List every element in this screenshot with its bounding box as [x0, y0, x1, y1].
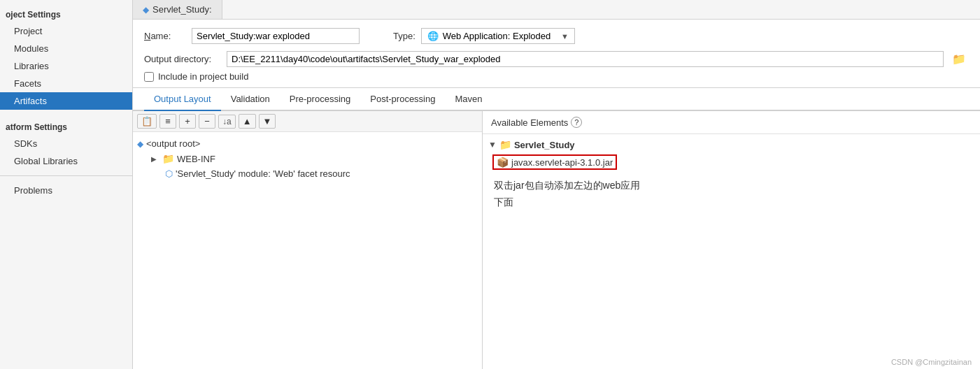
tree-item-output-root[interactable]: ◆ <output root> — [133, 136, 482, 151]
artifact-tab[interactable]: ◆ Servlet_Study: — [133, 0, 222, 19]
name-label: Name: — [144, 31, 186, 41]
folder-icon: 📁 — [162, 153, 174, 164]
project-settings-label: oject Settings — [0, 6, 132, 22]
artifact-tab-label: Servlet_Study: — [152, 4, 212, 15]
sidebar-item-problems[interactable]: Problems — [0, 182, 132, 199]
sidebar-item-modules[interactable]: Modules — [0, 40, 132, 57]
jar-item-highlighted: 📦 javax.servlet-api-3.1.0.jar — [492, 154, 617, 170]
available-panel: Available Elements ? ▼ 📁 Servlet_Study 📦… — [483, 111, 980, 369]
type-label: Type: — [393, 31, 416, 41]
tree-item-label: 'Servlet_Study' module: 'Web' facet reso… — [176, 168, 350, 179]
tree-toolbar: 📋 ≡ + − ↓a ▲ ▼ — [133, 111, 482, 132]
expand-group-icon: ▼ — [488, 140, 497, 150]
tab-validation[interactable]: Validation — [221, 88, 280, 111]
add-button[interactable]: + — [179, 114, 196, 129]
sidebar: oject Settings Project Modules Libraries… — [0, 0, 133, 369]
remove-button[interactable]: − — [199, 114, 215, 129]
output-dir-label: Output directory: — [144, 54, 221, 64]
globe-icon: 🌐 — [427, 31, 439, 41]
name-input[interactable] — [192, 28, 360, 44]
output-dir-input[interactable] — [227, 51, 944, 67]
tab-post-processing[interactable]: Post-processing — [360, 88, 445, 111]
tab-strip: Output Layout Validation Pre-processing … — [133, 88, 980, 111]
folder-icon: 📁 — [499, 139, 511, 150]
sidebar-item-global-libraries[interactable]: Global Libraries — [0, 152, 132, 170]
jar-label: javax.servlet-api-3.1.0.jar — [511, 157, 613, 168]
available-elements-label: Available Elements — [491, 117, 568, 128]
module-icon: ⬡ — [165, 168, 173, 179]
tab-pre-processing[interactable]: Pre-processing — [280, 88, 360, 111]
lines-button[interactable]: ≡ — [159, 114, 176, 129]
expand-arrow-icon: ▶ — [151, 155, 159, 163]
tab-maven[interactable]: Maven — [445, 88, 492, 111]
tree-content: ◆ <output root> ▶ 📁 WEB-INF ⬡ 'Servlet_S… — [133, 132, 482, 369]
tree-item-web-inf[interactable]: ▶ 📁 WEB-INF — [133, 151, 482, 166]
diamond-icon: ◆ — [143, 5, 149, 15]
output-dir-row: Output directory: 📁 — [144, 51, 969, 67]
move-up-button[interactable]: ▲ — [239, 114, 256, 129]
tree-item-servlet-module[interactable]: ⬡ 'Servlet_Study' module: 'Web' facet re… — [133, 166, 482, 181]
help-icon[interactable]: ? — [571, 117, 582, 128]
move-down-button[interactable]: ▼ — [259, 114, 276, 129]
sidebar-item-libraries[interactable]: Libraries — [0, 57, 132, 75]
sidebar-item-project[interactable]: Project — [0, 22, 132, 40]
sidebar-item-artifacts[interactable]: Artifacts — [0, 92, 132, 110]
tree-panel: 📋 ≡ + − ↓a ▲ ▼ ◆ <output root> ▶ 📁 — [133, 111, 483, 369]
tree-item-label: WEB-INF — [177, 154, 215, 164]
main-content: ◆ Servlet_Study: Name: Type: 🌐 Web Appli… — [133, 0, 980, 369]
chevron-down-icon: ▼ — [561, 32, 569, 41]
tree-item-label: <output root> — [146, 138, 200, 149]
split-area: 📋 ≡ + − ↓a ▲ ▼ ◆ <output root> ▶ 📁 — [133, 111, 980, 369]
sidebar-item-sdks[interactable]: SDKs — [0, 135, 132, 152]
sidebar-divider — [0, 175, 132, 176]
include-build-label: Include in project build — [158, 71, 248, 82]
artifact-tab-bar: ◆ Servlet_Study: — [133, 0, 980, 20]
available-header: Available Elements ? — [483, 111, 980, 134]
properties-area: Name: Type: 🌐 Web Application: Exploded … — [133, 20, 980, 88]
platform-settings-label: atform Settings — [0, 118, 132, 135]
annotation-line1: 双击jar包自动添加左边的web应用 — [494, 178, 969, 194]
sidebar-item-facets[interactable]: Facets — [0, 75, 132, 92]
group-label: Servlet_Study — [514, 140, 575, 150]
available-content: ▼ 📁 Servlet_Study 📦 javax.servlet-api-3.… — [483, 134, 980, 355]
watermark: CSDN @Cmingzitainan — [483, 355, 980, 369]
type-value: Web Application: Exploded — [443, 31, 551, 41]
jar-icon: 📦 — [497, 157, 509, 168]
annotation-line2: 下面 — [494, 194, 969, 211]
available-item-javax-servlet-jar[interactable]: 📦 javax.servlet-api-3.1.0.jar — [483, 152, 980, 172]
tab-output-layout[interactable]: Output Layout — [144, 88, 221, 111]
include-build-checkbox[interactable] — [144, 72, 154, 82]
type-select[interactable]: 🌐 Web Application: Exploded ▼ — [421, 28, 575, 44]
sort-button[interactable]: ↓a — [218, 115, 236, 129]
annotation-text: 双击jar包自动添加左边的web应用 下面 — [483, 172, 980, 217]
name-row: Name: Type: 🌐 Web Application: Exploded … — [144, 28, 969, 44]
include-build-row: Include in project build — [144, 71, 969, 82]
available-group-servlet-study[interactable]: ▼ 📁 Servlet_Study — [483, 137, 980, 152]
diamond-icon: ◆ — [137, 139, 143, 149]
browse-folder-button[interactable]: 📁 — [949, 51, 969, 67]
copy-button[interactable]: 📋 — [137, 114, 157, 129]
